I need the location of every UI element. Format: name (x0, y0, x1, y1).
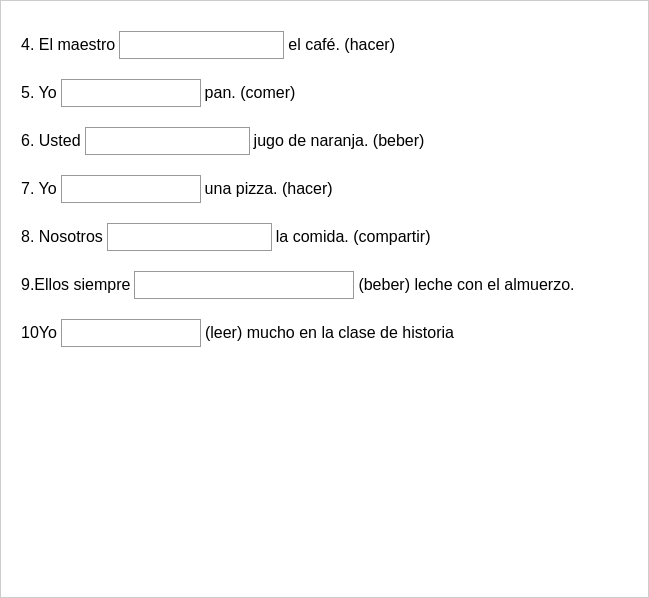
exercise-5-prefix: 5. Yo (21, 84, 57, 102)
exercise-item-7: 7. Yo una pizza. (hacer) (21, 175, 628, 203)
exercise-9-prefix: 9.Ellos siempre (21, 276, 130, 294)
exercise-5-input[interactable] (61, 79, 201, 107)
exercise-6-suffix: jugo de naranja. (beber) (254, 132, 425, 150)
exercise-10-suffix: (leer) mucho en la clase de historia (205, 324, 454, 342)
exercise-item-4: 4. El maestro el café. (hacer) (21, 31, 628, 59)
exercise-6-prefix: 6. Usted (21, 132, 81, 150)
exercise-9-suffix: (beber) leche con el almuerzo. (358, 276, 574, 294)
exercise-10-prefix: 10Yo (21, 324, 57, 342)
exercise-8-prefix: 8. Nosotros (21, 228, 103, 246)
exercise-item-10: 10Yo (leer) mucho en la clase de histori… (21, 319, 628, 347)
exercise-4-input[interactable] (119, 31, 284, 59)
exercise-item-6: 6. Usted jugo de naranja. (beber) (21, 127, 628, 155)
exercise-4-suffix: el café. (hacer) (288, 36, 395, 54)
exercise-item-8: 8. Nosotros la comida. (compartir) (21, 223, 628, 251)
exercise-10-input[interactable] (61, 319, 201, 347)
exercise-8-suffix: la comida. (compartir) (276, 228, 431, 246)
exercise-9-input[interactable] (134, 271, 354, 299)
exercise-4-prefix: 4. El maestro (21, 36, 115, 54)
exercise-6-input[interactable] (85, 127, 250, 155)
exercise-item-9: 9.Ellos siempre (beber) leche con el alm… (21, 271, 628, 299)
exercise-container: 4. El maestro el café. (hacer) 5. Yo pan… (0, 0, 649, 598)
exercise-item-5: 5. Yo pan. (comer) (21, 79, 628, 107)
exercise-8-input[interactable] (107, 223, 272, 251)
exercise-5-suffix: pan. (comer) (205, 84, 296, 102)
exercise-7-suffix: una pizza. (hacer) (205, 180, 333, 198)
exercise-7-prefix: 7. Yo (21, 180, 57, 198)
exercise-7-input[interactable] (61, 175, 201, 203)
